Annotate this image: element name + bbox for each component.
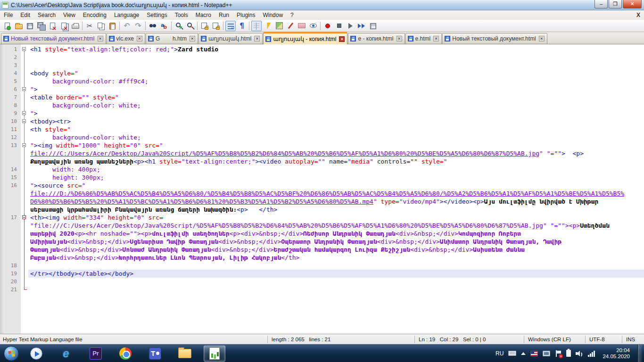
code-row[interactable]: 6"> [0,85,644,93]
menu-file[interactable]: File [0,11,17,19]
fold-margin[interactable] [21,77,28,85]
language-indicator[interactable]: RU [495,350,504,357]
tab-2[interactable]: vlc.exe× [107,33,145,44]
fold-margin[interactable] [21,165,28,173]
tab-close-icon[interactable]: × [433,36,439,41]
cut-icon[interactable] [84,21,95,31]
volume-icon[interactable] [576,350,583,357]
new-file-icon[interactable] [2,21,12,31]
tab-close-icon[interactable]: × [98,36,103,41]
tab-close-icon[interactable]: × [254,36,260,41]
macro-record-icon[interactable] [322,21,333,31]
fold-margin[interactable] [21,230,28,238]
macro-run-multiple-icon[interactable] [356,21,367,31]
fold-margin[interactable] [21,53,28,61]
macro-save-icon[interactable] [368,21,378,31]
code-row[interactable]: 4<body style=" [0,69,644,77]
code-row[interactable]: 14 width: 400px; [0,165,644,173]
open-file-icon[interactable] [13,21,24,31]
tab-close-icon[interactable]: × [137,36,142,41]
code-row[interactable]: 5 background-color: #fff9c4; [0,77,644,85]
code-row[interactable]: 13"><img width="1000" height="0" src=" [0,141,644,149]
fold-margin[interactable] [21,181,28,189]
code-row[interactable]: 11<th style=" [0,125,644,133]
zoom-in-icon[interactable]: + [173,21,184,31]
code-row[interactable]: D6%80%D5%B6%D5%B5%20%D5%A1%D5%BC%D5%A1%D… [0,197,644,206]
fold-margin[interactable] [21,85,28,93]
fold-margin[interactable] [21,157,28,165]
code-row[interactable]: 15 height: 300px; [0,173,644,181]
fold-margin[interactable] [21,101,28,109]
sync-scroll-v-icon[interactable] [199,21,210,31]
code-row[interactable]: 8 background-color: white; [0,101,644,109]
tab-4[interactable]: աղյուսյակ.html× [198,33,263,44]
menu-view[interactable]: View [59,11,79,19]
menu-edit[interactable]: Edit [17,11,34,19]
code-row[interactable]: 21 [0,286,644,294]
code-row[interactable]: տարեթիվ 2020<p><hr noshade=""><p>մուլտֆի… [0,230,644,238]
copy-icon[interactable] [96,21,106,31]
code-row[interactable]: 3 [0,61,644,69]
action-center-flag-icon[interactable] [555,350,561,357]
tab-8[interactable]: Новый текстовый документ.html× [442,33,547,44]
show-all-characters-icon[interactable] [237,21,247,31]
code-row[interactable]: file:///C:/Users/Acer/Desktop/Java%20Scr… [0,149,644,157]
code-row[interactable]: 18 [0,262,644,270]
undo-icon[interactable] [122,21,132,31]
menu-language[interactable]: Language [110,11,143,19]
indent-guide-icon[interactable] [251,21,262,31]
close-all-icon[interactable] [58,21,69,31]
explorer-folder-taskbar-icon[interactable] [174,346,196,362]
code-row[interactable]: 19</tr></tbody></table></body> [0,270,644,278]
tab-1[interactable]: Новый текстовый документ.html× [1,33,106,44]
code-row[interactable]: Ամիրխանյան<div>&nbsp;</div>Սցենարիստ Դավ… [0,238,644,246]
code-row[interactable]: 12 background-color: white; [0,133,644,141]
code-row[interactable]: Բաբայան<div>&nbsp;</div>Խորհրդատուներ Լև… [0,254,644,262]
document-map-icon[interactable] [274,21,284,31]
menu-plugins[interactable]: Plugins [233,11,259,19]
tab-close-icon[interactable]: × [339,36,345,42]
fold-margin[interactable] [21,133,28,141]
code-row[interactable]: "file:///C:/Users/Acer/Desktop/Java%20Sc… [0,222,644,230]
fold-margin[interactable] [21,69,28,77]
save-icon[interactable] [25,21,35,31]
fold-margin[interactable] [21,117,28,125]
macro-stop-icon[interactable] [334,21,344,31]
menu-tools[interactable]: Tools [171,11,192,19]
code-row[interactable]: 16"><source src=" [0,181,644,189]
word-wrap-icon[interactable] [225,21,236,31]
fold-margin[interactable] [21,61,28,69]
status-eol-format[interactable]: Windows (CR LF) [524,336,586,343]
display-tray-icon[interactable] [543,351,550,356]
network-signal-icon[interactable] [588,350,595,357]
fold-margin[interactable] [21,149,28,157]
replace-icon[interactable] [159,21,169,31]
menu-[interactable]: ? [287,11,297,19]
teams-taskbar-icon[interactable]: T [144,346,166,362]
fold-margin[interactable] [21,246,28,254]
status-encoding[interactable]: UTF-8 [586,336,622,343]
save-all-icon[interactable] [36,21,46,31]
redo-icon[interactable] [133,21,143,31]
maximize-button[interactable]: ❐ [609,0,622,8]
tab-5[interactable]: աղյուսյակ - копия.html× [263,32,347,44]
clock[interactable]: 20:04 24.05.2020 [600,347,633,360]
fold-margin[interactable] [21,214,28,222]
find-icon[interactable] [148,21,158,31]
keyboard-icon[interactable] [508,351,516,356]
fold-margin[interactable] [21,197,28,206]
fold-margin[interactable] [21,238,28,246]
print-icon[interactable] [70,21,80,31]
zoom-out-icon[interactable]: − [185,21,195,31]
minimize-button[interactable]: – [594,0,608,8]
fold-margin[interactable] [21,262,28,270]
code-row[interactable]: 9"> [0,109,644,117]
tab-3[interactable]: G h.htm× [146,33,198,44]
document-switcher-icon[interactable] [285,21,296,31]
code-editor[interactable]: 1<h1 style="text-align:left;color: red;"… [0,44,644,334]
notepad-plus-plus-taskbar-icon[interactable] [204,346,225,362]
fold-margin[interactable] [21,270,28,278]
fold-margin[interactable] [21,125,28,133]
fold-margin[interactable] [21,254,28,262]
code-row[interactable]: Քաղաքավային առանց պատնեշների<p><h1 style… [0,157,644,165]
